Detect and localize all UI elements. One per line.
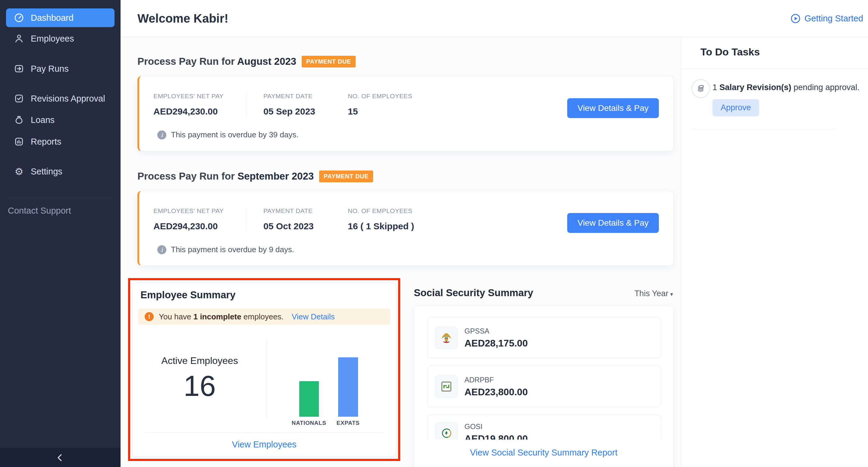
- payment-date-field: PAYMENT DATE 05 Oct 2023: [246, 207, 348, 231]
- view-details-pay-button[interactable]: View Details & Pay: [567, 213, 659, 233]
- gear-icon: ⚙: [13, 166, 24, 177]
- warning-prefix: You have: [159, 312, 193, 321]
- social-security-title: Social Security Summary: [414, 287, 533, 299]
- payment-date-label: PAYMENT DATE: [264, 93, 348, 100]
- employee-bar-chart: NATIONALS EXPATS: [267, 333, 396, 424]
- todo-title: To Do Tasks: [701, 46, 760, 58]
- pay-run-icon: [13, 63, 24, 74]
- person-icon: [13, 33, 24, 44]
- sidebar-item-settings[interactable]: ⚙ Settings: [6, 162, 115, 181]
- payment-due-badge: PAYMENT DUE: [319, 170, 373, 182]
- payment-date-label: PAYMENT DATE: [264, 207, 348, 215]
- sidebar-item-label: Settings: [31, 166, 62, 177]
- payrun-september-card: EMPLOYEES' NET PAY AED294,230.00 PAYMENT…: [137, 191, 674, 266]
- social-security-footer: View Social Security Summary Report: [414, 448, 673, 458]
- sidebar-item-revisions-approval[interactable]: Revisions Approval: [6, 89, 115, 108]
- sidebar-item-dashboard[interactable]: Dashboard: [6, 8, 115, 27]
- payrun-fields: EMPLOYEES' NET PAY AED294,230.00 PAYMENT…: [153, 207, 414, 231]
- net-pay-field: EMPLOYEES' NET PAY AED294,230.00: [153, 207, 246, 231]
- employee-count-value: 15: [348, 106, 412, 117]
- getting-started-link[interactable]: Getting Started: [790, 0, 863, 37]
- view-social-security-report-link[interactable]: View Social Security Summary Report: [470, 448, 617, 457]
- chevron-left-icon: [55, 453, 65, 463]
- gpssa-row: GPSSA AED28,175.00: [427, 317, 661, 358]
- net-pay-label: EMPLOYEES' NET PAY: [153, 93, 246, 100]
- overdue-text: This payment is overdue by 9 days.: [171, 245, 294, 254]
- task-bold: Salary Revision(s): [719, 83, 791, 92]
- info-icon: i: [157, 245, 166, 254]
- sidebar-item-pay-runs[interactable]: Pay Runs: [6, 59, 115, 78]
- getting-started-label: Getting Started: [804, 13, 863, 24]
- active-employees-label: Active Employees: [161, 355, 238, 366]
- top-bar: Welcome Kabir! Getting Started: [121, 0, 868, 37]
- view-employees-link[interactable]: View Employees: [232, 440, 297, 449]
- employee-summary-card: Employee Summary ! You have 1 incomplete…: [132, 282, 396, 457]
- gpssa-name: GPSSA: [464, 327, 528, 335]
- active-employees-count: 16: [184, 369, 216, 403]
- view-details-link[interactable]: View Details: [292, 312, 335, 321]
- task-prefix: 1: [712, 83, 719, 92]
- sidebar-collapse-bar[interactable]: [0, 448, 121, 467]
- heading-period: September 2023: [238, 170, 314, 182]
- payrun-august-card: EMPLOYEES' NET PAY AED294,230.00 PAYMENT…: [137, 76, 674, 151]
- sidebar-item-label: Revisions Approval: [31, 94, 105, 104]
- nationals-bar: [299, 381, 319, 417]
- coins-icon: [696, 84, 706, 93]
- this-year-dropdown[interactable]: This Year▾: [634, 289, 673, 298]
- sidebar-item-loans[interactable]: Loans: [6, 111, 115, 129]
- social-security-header: Social Security Summary This Year▾: [414, 287, 674, 301]
- net-pay-label: EMPLOYEES' NET PAY: [153, 207, 246, 215]
- range-label: This Year: [634, 289, 669, 298]
- net-pay-value: AED294,230.00: [153, 221, 246, 231]
- net-pay-field: EMPLOYEES' NET PAY AED294,230.00: [153, 93, 246, 117]
- salary-revision-task-icon-circle: [691, 79, 710, 98]
- employee-count-label: NO. OF EMPLOYEES: [348, 93, 412, 100]
- overdue-note: i This payment is overdue by 9 days.: [157, 245, 294, 254]
- salary-revision-task-text: 1 Salary Revision(s) pending approval.: [712, 83, 860, 92]
- info-icon: i: [157, 130, 166, 139]
- gosi-info: GOSI AED19,800.00: [464, 423, 528, 440]
- warning-bold: 1 incomplete: [193, 312, 241, 321]
- active-employees-block: Active Employees 16: [133, 333, 267, 424]
- todo-header: To Do Tasks: [681, 37, 868, 69]
- sidebar-item-label: Loans: [31, 115, 55, 125]
- bar-chart-icon: [13, 136, 24, 147]
- incomplete-warning-banner: ! You have 1 incomplete employees. View …: [138, 309, 390, 325]
- warning-icon: !: [145, 312, 154, 321]
- employee-count-label: NO. OF EMPLOYEES: [348, 207, 414, 215]
- money-bag-icon: [13, 115, 24, 125]
- sidebar-divider: [8, 198, 113, 198]
- payment-date-field: PAYMENT DATE 05 Sep 2023: [246, 93, 348, 117]
- contact-support-link[interactable]: Contact Support: [8, 206, 71, 216]
- employee-summary-annotation-box: Employee Summary ! You have 1 incomplete…: [128, 278, 400, 461]
- play-circle-icon: [790, 13, 801, 24]
- payrun-august-heading: Process Pay Run for August 2023PAYMENT D…: [137, 56, 355, 69]
- dashboard-icon: [13, 12, 24, 23]
- gosi-row: GOSI AED19,800.00: [427, 414, 661, 440]
- employee-count-field: NO. OF EMPLOYEES 16 ( 1 Skipped ): [348, 207, 414, 231]
- gosi-amount: AED19,800.00: [464, 433, 528, 440]
- todo-panel: To Do Tasks 1 Salary Revision(s) pending…: [681, 37, 868, 467]
- social-security-card: GPSSA AED28,175.00 ADRPBF AED23,800.00: [414, 306, 674, 467]
- sidebar-item-employees[interactable]: Employees: [6, 29, 115, 48]
- employee-summary-footer: View Employees: [145, 432, 384, 457]
- expats-label: EXPATS: [337, 420, 360, 426]
- payroll-dashboard: Dashboard Employees Pay Runs Revisions A…: [0, 0, 868, 467]
- gpssa-amount: AED28,175.00: [464, 338, 528, 349]
- view-details-pay-button[interactable]: View Details & Pay: [567, 98, 659, 118]
- warning-text: You have 1 incomplete employees.: [159, 312, 284, 321]
- payrun-september-heading: Process Pay Run for September 2023PAYMEN…: [137, 170, 373, 184]
- check-square-icon: [13, 93, 24, 104]
- payment-date-value: 05 Oct 2023: [264, 221, 348, 231]
- adrpbf-icon: [435, 375, 458, 398]
- adrpbf-info: ADRPBF AED23,800.00: [464, 376, 528, 398]
- sidebar-item-reports[interactable]: Reports: [6, 132, 115, 151]
- gpssa-info: GPSSA AED28,175.00: [464, 327, 528, 349]
- overdue-note: i This payment is overdue by 39 days.: [157, 130, 299, 139]
- sidebar-item-label: Employees: [31, 34, 74, 44]
- gosi-name: GOSI: [464, 423, 528, 431]
- expats-bar: [338, 357, 358, 417]
- employee-count-field: NO. OF EMPLOYEES 15: [348, 93, 412, 117]
- sidebar-item-label: Reports: [31, 137, 61, 147]
- approve-button[interactable]: Approve: [712, 99, 759, 116]
